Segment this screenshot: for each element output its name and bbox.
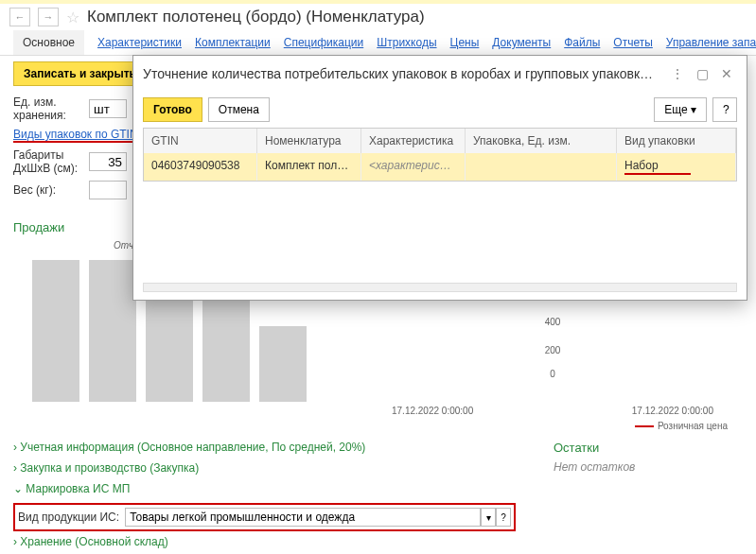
close-icon[interactable]: ✕ [716,63,737,84]
cell-gtin: 04603749090538 [144,153,257,181]
tab-stock[interactable]: Управление запасами [666,30,756,55]
weight-label: Вес (кг): [13,183,89,197]
col-nom[interactable]: Номенклатура [257,129,361,153]
gtin-packaging-link[interactable]: Виды упаковок по GTIN [13,128,138,143]
col-gtin[interactable]: GTIN [144,129,257,153]
page-title: Комплект полотенец (бордо) (Номенклатура… [87,8,425,26]
dialog-menu-icon[interactable]: ⋮ [667,63,688,84]
packaging-table: GTIN Номенклатура Характеристика Упаковк… [143,128,737,182]
col-pack[interactable]: Упаковка, Ед. изм. [466,129,617,153]
group-purchase[interactable]: Закупка и производство (Закупка) [13,461,516,475]
marking-select[interactable] [125,508,481,527]
col-type[interactable]: Вид упаковки [617,129,736,153]
cell-nom: Комплект полотен… [257,153,361,181]
unit-label: Ед. изм. хранения: [13,95,89,122]
weight-input[interactable] [89,181,127,199]
tab-sets[interactable]: Комплектации [195,30,271,55]
dialog-title: Уточнение количества потребительских упа… [143,66,663,81]
tab-characteristics[interactable]: Характеристики [97,30,182,55]
tab-reports[interactable]: Отчеты [613,30,652,55]
ready-button[interactable]: Готово [143,97,202,122]
tabs-bar: Основное Характеристики Комплектации Спе… [0,30,756,56]
nav-forward-button[interactable]: → [38,8,59,26]
marking-field-box: Вид продукции ИС: ▾ ? [13,503,516,531]
dialog-restore-icon[interactable]: ▢ [692,63,712,84]
dialog-scrollbar[interactable] [143,283,737,292]
cell-pack [466,153,617,181]
more-button[interactable]: Еще ▾ [654,97,707,122]
bar [89,260,136,402]
cell-char: <характеристики … [361,153,466,181]
marking-label: Вид продукции ИС: [18,511,119,524]
bar [259,326,307,402]
group-marking[interactable]: Маркировка ИС МП [13,482,516,495]
group-accounting[interactable]: Учетная информация (Основное направление… [13,441,516,454]
unit-input[interactable] [89,99,127,118]
group-storage[interactable]: Хранение (Основной склад) [13,535,516,548]
favorite-icon[interactable]: ☆ [66,9,79,26]
tab-documents[interactable]: Документы [492,30,551,55]
nav-back-button[interactable]: ← [9,8,30,26]
tab-barcodes[interactable]: Штрихкоды [377,30,436,55]
tab-main[interactable]: Основное [13,30,84,55]
packaging-dialog: Уточнение количества потребительских упа… [132,55,747,301]
tab-files[interactable]: Файлы [564,30,600,55]
tab-specs[interactable]: Спецификации [284,30,363,55]
cancel-button[interactable]: Отмена [208,97,270,122]
marking-dropdown-button[interactable]: ▾ [481,508,496,527]
dims-label: Габариты ДхШхВ (см): [13,148,89,175]
chart-legend: Розничная цена [0,421,756,431]
bar [32,260,79,402]
col-char[interactable]: Характеристика [361,129,466,153]
table-row[interactable]: 04603749090538 Комплект полотен… <характ… [144,153,736,181]
stock-empty: Нет остатков [554,460,743,474]
tab-prices[interactable]: Цены [450,30,480,55]
dims-input[interactable] [89,152,127,171]
cell-type: Набор [617,153,736,181]
marking-help-button[interactable]: ? [496,508,511,527]
stock-title: Остатки [554,441,743,455]
help-button[interactable]: ? [712,97,737,122]
